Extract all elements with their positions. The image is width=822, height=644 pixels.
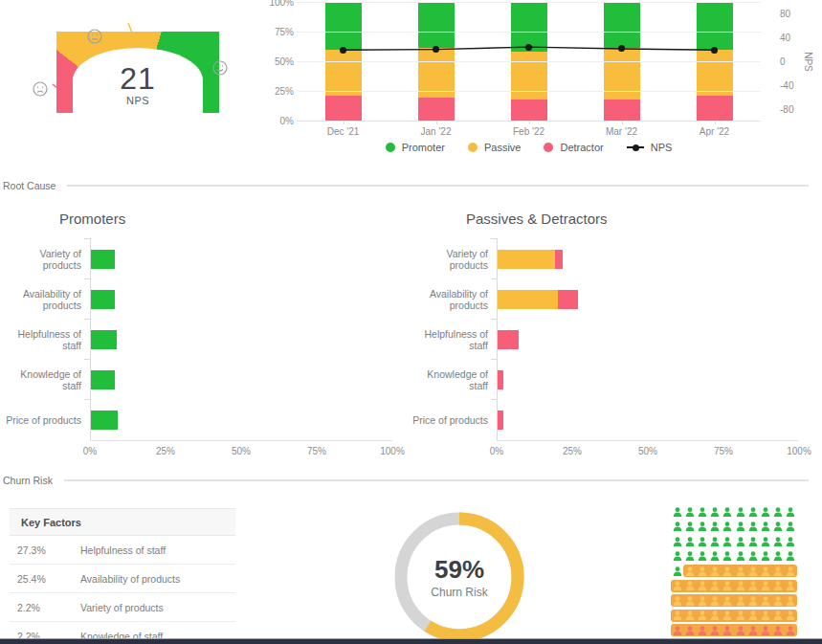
person-icon — [709, 624, 722, 636]
h-bar[interactable] — [498, 330, 519, 349]
h-bar[interactable] — [91, 250, 115, 269]
factor-label: Variety of products — [73, 602, 235, 613]
person-icon — [696, 610, 708, 622]
person-icon — [683, 580, 696, 592]
sad-face-icon — [33, 82, 47, 96]
person-icon — [709, 580, 722, 592]
promoters-rows: Variety of productsAvailability of produ… — [0, 239, 411, 440]
legend-item-nps[interactable]: NPS — [627, 142, 673, 153]
nps-axis-tick-label: -80 — [780, 103, 793, 114]
person-icon — [746, 535, 759, 547]
bar-segment-detractor[interactable] — [498, 330, 519, 349]
person-icon — [759, 580, 771, 592]
bar-segment-passive[interactable] — [498, 290, 558, 309]
person-icon — [759, 550, 771, 563]
person-icon — [722, 550, 734, 563]
person-icon — [722, 624, 734, 636]
h-bar[interactable] — [91, 290, 115, 309]
h-bar[interactable] — [498, 250, 563, 269]
x-axis-tick — [622, 121, 623, 124]
category-label: Knowledge of staff — [407, 368, 497, 391]
section-divider-line — [64, 479, 809, 481]
y-axis-tick-label: 0% — [280, 116, 294, 126]
trend-y-axis-left: 100%75%50%25%0% — [273, 2, 294, 121]
bar-segment-promoter[interactable] — [91, 250, 115, 269]
table-row: 25.4%Availability of products — [10, 565, 235, 593]
category-row: Variety of products — [407, 239, 818, 279]
category-label: Availability of products — [407, 288, 497, 311]
bar-track — [497, 279, 799, 320]
category-label: Variety of products — [407, 248, 497, 271]
person-icon — [759, 521, 771, 533]
h-bar[interactable] — [498, 411, 503, 430]
person-icon — [785, 624, 797, 636]
h-bar[interactable] — [91, 411, 118, 430]
nps-data-point[interactable] — [525, 44, 532, 51]
h-bar[interactable] — [498, 370, 503, 389]
nps-data-point[interactable] — [711, 47, 718, 54]
bar-track — [90, 400, 392, 440]
churn-risk-section-header: Churn Risk — [3, 475, 809, 486]
person-icon — [746, 521, 759, 533]
bar-segment-promoter[interactable] — [91, 290, 115, 309]
person-icon — [709, 521, 722, 533]
person-icon — [696, 580, 708, 592]
bar-segment-detractor[interactable] — [498, 370, 503, 389]
h-bar[interactable] — [91, 370, 115, 389]
person-icon — [696, 521, 708, 533]
x-axis-tick-label: 25% — [156, 446, 175, 456]
legend-item-detractor[interactable]: Detractor — [544, 142, 603, 153]
promoters-chart: Promoters Variety of productsAvailabilit… — [0, 201, 411, 461]
nps-data-point[interactable] — [340, 47, 346, 54]
person-icon — [785, 505, 797, 518]
bar-segment-detractor[interactable] — [498, 411, 503, 430]
h-bar[interactable] — [91, 330, 117, 349]
nps-axis-tick-label: 0 — [780, 56, 786, 67]
nps-axis-tick-label: 80 — [780, 9, 790, 19]
waffle-row — [671, 565, 797, 577]
h-bar[interactable] — [498, 290, 578, 309]
bar-segment-promoter[interactable] — [91, 370, 115, 389]
person-icon — [785, 521, 797, 533]
nps-dashboard: 21 NPS — [0, 0, 822, 644]
legend-item-passive[interactable]: Passive — [468, 142, 522, 153]
trend-plot — [297, 2, 761, 121]
person-icon — [683, 624, 696, 636]
person-icon — [722, 565, 734, 577]
person-icon — [722, 505, 734, 518]
nps-axis-tick-label: -40 — [780, 79, 793, 90]
person-icon — [671, 550, 683, 563]
person-icon — [671, 624, 683, 636]
category-row: Availability of products — [0, 279, 411, 320]
person-icon — [759, 624, 771, 636]
bar-segment-passive[interactable] — [498, 250, 555, 269]
waffle-row — [671, 580, 797, 592]
category-label: Variety of products — [0, 248, 90, 271]
legend-item-promoter[interactable]: Promoter — [386, 142, 445, 153]
x-axis-tick — [436, 121, 437, 124]
x-axis-tick-label: 0% — [83, 446, 97, 456]
legend-label: Detractor — [560, 142, 603, 153]
trend-right-axis-title: NPS — [801, 2, 814, 121]
person-icon — [683, 565, 696, 577]
root-cause-section-header: Root Cause — [3, 180, 809, 191]
bar-segment-promoter[interactable] — [91, 411, 118, 430]
legend-label: Passive — [484, 142, 522, 153]
x-axis-labels: 0%25%50%75%100% — [90, 446, 392, 461]
bar-segment-detractor[interactable] — [555, 250, 563, 269]
factor-label: Availability of products — [73, 573, 235, 585]
bar-segment-detractor[interactable] — [558, 290, 578, 309]
table-row: 27.3%Helpfulness of staff — [10, 536, 235, 565]
person-icon — [772, 550, 785, 563]
person-icon — [671, 521, 683, 533]
category-label: Helpfulness of staff — [407, 328, 497, 351]
waffle-row — [671, 505, 797, 518]
person-icon — [709, 505, 722, 518]
section-title: Churn Risk — [3, 475, 53, 486]
person-icon — [683, 505, 696, 518]
person-icon — [772, 594, 785, 607]
person-icon — [709, 594, 722, 607]
bar-segment-promoter[interactable] — [91, 330, 117, 349]
person-icon — [734, 565, 746, 577]
customer-waffle-chart — [671, 505, 797, 644]
